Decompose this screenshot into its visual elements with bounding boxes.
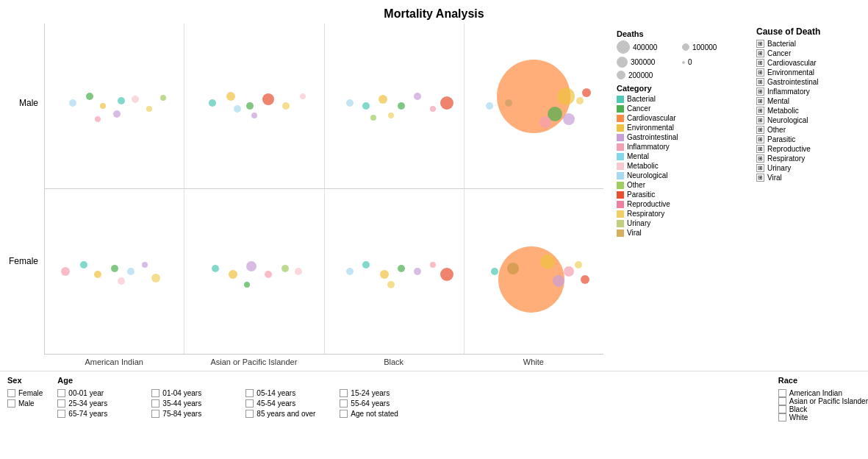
cell-male-white bbox=[465, 24, 603, 188]
age-checkbox[interactable] bbox=[245, 399, 254, 408]
cause-item-gastrointestinal[interactable]: ⊞Gastrointestinal bbox=[756, 78, 862, 86]
deaths-category-legend: Deaths 400000 100000 300000 0 bbox=[611, 24, 750, 371]
cause-item-cardiovascular[interactable]: ⊞Cardiovascular bbox=[756, 59, 862, 67]
race-checkbox[interactable] bbox=[778, 413, 786, 421]
race-checkbox[interactable] bbox=[778, 397, 786, 405]
cell-female-american-indian bbox=[45, 189, 184, 354]
age-item-55-64-years[interactable]: 55-64 years bbox=[340, 399, 435, 408]
age-item-25-34-years[interactable]: 25-34 years bbox=[57, 399, 146, 408]
category-item-mental: Mental bbox=[617, 152, 745, 160]
age-filter-title: Age bbox=[57, 376, 435, 385]
race-item-American-Indian[interactable]: American Indian bbox=[778, 389, 868, 397]
age-item-00-01-year[interactable]: 00-01 year bbox=[57, 389, 146, 397]
category-item-viral: Viral bbox=[617, 229, 745, 237]
data-dot bbox=[370, 115, 376, 121]
age-checkbox[interactable] bbox=[245, 389, 254, 397]
filter-bar: Sex Female Male Age 00-01 year01-04 year… bbox=[0, 371, 868, 459]
data-dot bbox=[118, 97, 125, 104]
age-item-65-74-years[interactable]: 65-74 years bbox=[57, 410, 146, 418]
deaths-item-100000: 100000 bbox=[682, 40, 745, 54]
data-dot bbox=[100, 103, 106, 109]
data-dot bbox=[414, 93, 421, 100]
cause-item-parasitic[interactable]: ⊞Parasitic bbox=[756, 135, 862, 143]
age-checkbox[interactable] bbox=[340, 389, 348, 397]
data-dot bbox=[398, 265, 405, 272]
data-dot bbox=[246, 261, 257, 271]
data-dot bbox=[430, 106, 436, 112]
age-checkbox[interactable] bbox=[57, 389, 65, 397]
data-dot bbox=[300, 93, 306, 99]
age-item-35-44-years[interactable]: 35-44 years bbox=[151, 399, 240, 408]
data-dot bbox=[346, 268, 354, 275]
category-item-bacterial: Bacterial bbox=[617, 95, 745, 103]
data-dot bbox=[142, 262, 148, 268]
age-checkbox[interactable] bbox=[151, 399, 159, 408]
cause-item-respiratory[interactable]: ⊞Respiratory bbox=[756, 154, 862, 163]
cause-item-environmental[interactable]: ⊞Environmental bbox=[756, 68, 862, 76]
cause-item-other[interactable]: ⊞Other bbox=[756, 126, 862, 134]
age-checkbox[interactable] bbox=[245, 410, 254, 418]
age-item-45-54-years[interactable]: 45-54 years bbox=[245, 399, 334, 408]
data-dot bbox=[380, 270, 389, 279]
age-item-05-14-years[interactable]: 05-14 years bbox=[245, 389, 334, 397]
data-dot bbox=[582, 88, 591, 97]
race-checkbox[interactable] bbox=[778, 389, 786, 397]
y-label-male: Male bbox=[0, 98, 44, 108]
cause-item-bacterial[interactable]: ⊞Bacterial bbox=[756, 40, 862, 48]
data-dot bbox=[563, 113, 575, 125]
data-dot bbox=[540, 255, 555, 269]
deaths-item-400000: 400000 bbox=[617, 40, 679, 54]
age-item-15-24-years[interactable]: 15-24 years bbox=[340, 389, 435, 397]
age-checkbox[interactable] bbox=[57, 410, 65, 418]
age-checkbox[interactable] bbox=[57, 399, 65, 408]
age-checkbox[interactable] bbox=[151, 410, 159, 418]
data-dot bbox=[539, 116, 551, 128]
data-dot bbox=[265, 271, 272, 278]
sex-male-checkbox[interactable] bbox=[7, 399, 15, 408]
data-dot bbox=[362, 261, 370, 268]
cell-male-asian bbox=[184, 24, 324, 188]
sex-male-item[interactable]: Male bbox=[7, 399, 43, 408]
cause-item-viral[interactable]: ⊞Viral bbox=[756, 174, 862, 182]
cause-item-mental[interactable]: ⊞Mental bbox=[756, 97, 862, 105]
race-checkbox[interactable] bbox=[778, 405, 786, 413]
cause-item-inflammatory[interactable]: ⊞Inflammatory bbox=[756, 88, 862, 96]
data-dot bbox=[295, 268, 302, 275]
category-item-urinary: Urinary bbox=[617, 219, 745, 227]
cause-item-reproductive[interactable]: ⊞Reproductive bbox=[756, 145, 862, 153]
sex-male-label: Male bbox=[18, 399, 35, 408]
age-item-Age-not-stated[interactable]: Age not stated bbox=[340, 410, 435, 418]
cell-male-black bbox=[325, 24, 465, 188]
data-dot bbox=[229, 270, 237, 279]
deaths-item-300000: 300000 bbox=[617, 57, 679, 68]
sex-female-item[interactable]: Female bbox=[7, 389, 43, 397]
x-label-asian: Asian or Pacific Islander bbox=[184, 355, 323, 371]
cause-legend-title: Cause of Death bbox=[756, 26, 862, 37]
race-item-Asian-or-Pacific-Islander[interactable]: Asian or Pacific Islander bbox=[778, 397, 868, 405]
category-item-cancer: Cancer bbox=[617, 104, 745, 113]
race-item-Black[interactable]: Black bbox=[778, 405, 868, 413]
age-filter: Age 00-01 year01-04 years05-14 years15-2… bbox=[57, 376, 435, 459]
data-dot bbox=[86, 93, 93, 100]
data-dot bbox=[69, 99, 76, 107]
category-item-reproductive: Reproductive bbox=[617, 200, 745, 208]
age-checkbox[interactable] bbox=[151, 389, 159, 397]
age-checkbox[interactable] bbox=[340, 399, 348, 408]
race-item-White[interactable]: White bbox=[778, 413, 868, 421]
data-dot bbox=[113, 110, 121, 118]
age-item-01-04-years[interactable]: 01-04 years bbox=[151, 389, 240, 397]
data-dot bbox=[262, 93, 274, 105]
category-item-metabolic: Metabolic bbox=[617, 162, 745, 170]
category-item-respiratory: Respiratory bbox=[617, 210, 745, 218]
category-legend-title: Category bbox=[617, 84, 745, 93]
deaths-legend-title: Deaths bbox=[617, 29, 745, 38]
age-checkbox[interactable] bbox=[340, 410, 348, 418]
age-item-85-years-and-over[interactable]: 85 years and over bbox=[245, 410, 334, 418]
age-item-75-84-years[interactable]: 75-84 years bbox=[151, 410, 240, 418]
cause-item-urinary[interactable]: ⊞Urinary bbox=[756, 164, 862, 172]
data-dot bbox=[226, 92, 235, 101]
cause-item-neurological[interactable]: ⊞Neurological bbox=[756, 116, 862, 124]
cause-item-metabolic[interactable]: ⊞Metabolic bbox=[756, 107, 862, 115]
cause-item-cancer[interactable]: ⊞Cancer bbox=[756, 49, 862, 57]
sex-female-checkbox[interactable] bbox=[7, 389, 15, 397]
